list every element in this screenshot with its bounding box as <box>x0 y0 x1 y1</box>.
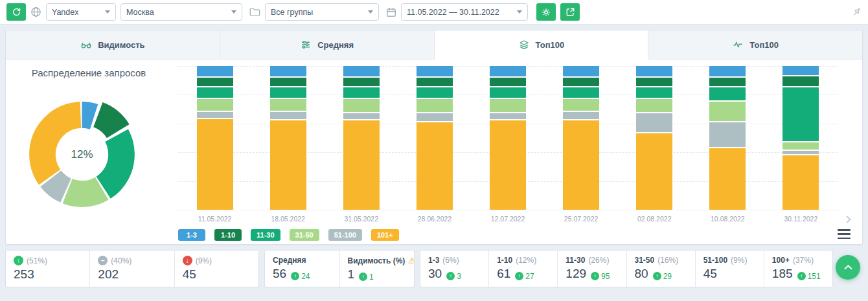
bar-segment-51-100[interactable] <box>197 112 233 119</box>
bar-segment-11-30[interactable] <box>270 87 306 99</box>
bar-segment-1-3[interactable] <box>709 66 746 78</box>
region-select[interactable]: Москва <box>120 3 242 21</box>
stacked-bar-11.05.2022[interactable] <box>197 66 233 210</box>
bar-segment-1-10[interactable] <box>782 76 819 88</box>
stat-value: 61 <box>497 267 510 281</box>
bar-segment-1-3[interactable] <box>270 66 306 78</box>
chevron-right-icon[interactable] <box>843 216 851 223</box>
bars-container <box>178 66 838 210</box>
bar-segment-31-50[interactable] <box>490 99 526 113</box>
stat-value: 45 <box>703 267 717 281</box>
bar-segment-1-10[interactable] <box>197 78 233 88</box>
bar-segment-1-10[interactable] <box>417 78 453 88</box>
stacked-bar-10.08.2022[interactable] <box>709 66 746 210</box>
legend-item-51-100[interactable]: 51-100 <box>328 229 362 241</box>
bar-segment-51-100[interactable] <box>490 113 526 120</box>
bar-segment-11-30[interactable] <box>782 87 819 142</box>
bar-segment-31-50[interactable] <box>417 99 453 113</box>
bar-segment-51-100[interactable] <box>782 151 819 155</box>
x-axis-label: 18.05.2022 <box>251 215 325 223</box>
refresh-button[interactable] <box>6 3 26 21</box>
bar-segment-1-3[interactable] <box>417 66 453 78</box>
bar-segment-11-30[interactable] <box>636 87 672 99</box>
bar-segment-51-100[interactable] <box>636 113 672 133</box>
bar-segment-1-3[interactable] <box>197 66 233 78</box>
bar-segment-31-50[interactable] <box>709 102 746 122</box>
settings-button[interactable] <box>536 3 556 21</box>
bar-segment-101+[interactable] <box>636 133 672 210</box>
bar-segment-101+[interactable] <box>270 120 306 210</box>
stacked-bar-02.08.2022[interactable] <box>636 66 672 210</box>
bar-segment-101+[interactable] <box>197 119 233 210</box>
bar-segment-31-50[interactable] <box>270 99 306 112</box>
bar-segment-101+[interactable] <box>782 155 819 210</box>
date-range-select[interactable]: 11.05.2022 — 30.11.2022 <box>401 3 528 21</box>
stacked-bar-18.05.2022[interactable] <box>270 66 306 210</box>
bar-segment-101+[interactable] <box>709 148 746 210</box>
legend-item-1-10[interactable]: 1-10 <box>214 229 242 241</box>
export-icon <box>565 7 575 17</box>
sliders-icon <box>300 39 312 50</box>
pin-toolbar-button[interactable] <box>852 7 862 17</box>
groups-select[interactable]: Все группы <box>265 3 379 21</box>
scroll-to-top-button[interactable] <box>836 255 860 280</box>
stacked-bar-28.06.2022[interactable] <box>417 66 453 210</box>
bar-segment-51-100[interactable] <box>709 122 746 148</box>
bar-segment-11-30[interactable] <box>343 87 380 99</box>
legend-item-31-50[interactable]: 31-50 <box>290 229 319 241</box>
bar-segment-31-50[interactable] <box>197 99 233 112</box>
chart-legend: 1-31-1011-3031-5051-100101+ <box>178 229 399 241</box>
search-engine-select[interactable]: Yandex <box>46 3 116 21</box>
delta-up-icon: ↑ <box>591 272 599 280</box>
stacked-bar-30.11.2022[interactable] <box>782 66 819 210</box>
bar-segment-101+[interactable] <box>490 120 526 210</box>
tab-visibility[interactable]: Видимость <box>6 30 220 59</box>
tab-top100-distribution[interactable]: Топ100 <box>435 30 649 59</box>
bar-segment-11-30[interactable] <box>709 87 746 102</box>
stacked-bar-25.07.2022[interactable] <box>563 66 599 210</box>
chart-menu-button[interactable] <box>838 229 851 239</box>
warning-icon[interactable]: ⚠ <box>408 256 414 265</box>
export-button[interactable] <box>560 3 580 21</box>
bar-slot <box>471 66 544 210</box>
bar-segment-101+[interactable] <box>343 120 380 210</box>
bar-segment-1-3[interactable] <box>636 66 672 78</box>
bar-segment-1-10[interactable] <box>563 78 599 88</box>
bar-segment-1-3[interactable] <box>563 66 599 78</box>
bar-segment-31-50[interactable] <box>782 142 819 151</box>
bar-segment-101+[interactable] <box>563 120 599 210</box>
stats-group-movement: ↑(51%)253–(40%)202↓(9%)45 <box>5 250 259 287</box>
legend-item-11-30[interactable]: 11-30 <box>251 229 280 241</box>
stacked-bar-31.05.2022[interactable] <box>343 66 380 210</box>
delta-value: 1 <box>369 273 374 282</box>
legend-item-101+[interactable]: 101+ <box>371 229 399 241</box>
legend-item-1-3[interactable]: 1-3 <box>178 229 205 241</box>
stacked-bar-12.07.2022[interactable] <box>490 66 526 210</box>
bar-segment-1-3[interactable] <box>782 66 819 76</box>
bar-segment-31-50[interactable] <box>343 99 380 113</box>
bar-segment-31-50[interactable] <box>563 99 599 112</box>
bar-segment-1-10[interactable] <box>709 78 746 88</box>
bar-segment-1-10[interactable] <box>343 78 380 88</box>
bar-segment-1-3[interactable] <box>343 66 380 78</box>
bar-segment-11-30[interactable] <box>417 87 453 99</box>
bar-segment-51-100[interactable] <box>270 112 306 120</box>
bar-segment-1-10[interactable] <box>270 78 306 88</box>
bar-segment-31-50[interactable] <box>636 99 672 113</box>
bar-segment-51-100[interactable] <box>563 112 599 120</box>
bar-segment-101+[interactable] <box>417 122 453 210</box>
bar-segment-11-30[interactable] <box>197 87 233 99</box>
tab-average[interactable]: Средняя <box>220 30 435 59</box>
bar-segment-1-10[interactable] <box>490 78 526 88</box>
bar-segment-51-100[interactable] <box>343 113 380 120</box>
bar-segment-11-30[interactable] <box>563 87 599 99</box>
bar-segment-1-3[interactable] <box>490 66 526 78</box>
bar-segment-51-100[interactable] <box>417 113 453 122</box>
bar-slot <box>398 66 471 210</box>
gridline <box>178 210 838 210</box>
delta-value: 29 <box>663 272 672 281</box>
bar-segment-11-30[interactable] <box>490 87 526 99</box>
stat-card-up: ↑(51%)253 <box>6 251 90 287</box>
bar-segment-1-10[interactable] <box>636 78 672 88</box>
tab-top100-dynamics[interactable]: Топ100 <box>648 30 862 59</box>
